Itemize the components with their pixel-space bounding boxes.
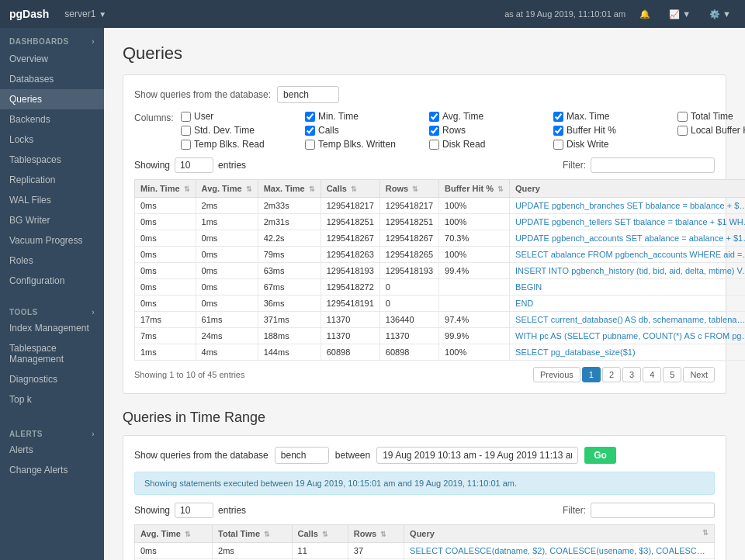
sidebar-item-wal-files[interactable]: WAL Files bbox=[0, 190, 104, 210]
col-std-dev-checkbox[interactable] bbox=[181, 126, 191, 136]
queries-page-1-button[interactable]: 1 bbox=[582, 367, 601, 382]
cell-query[interactable]: WITH pc AS (SELECT pubname, COUNT(*) AS … bbox=[510, 328, 745, 344]
cell-query[interactable]: UPDATE pgbench_branches SET bbalance = b… bbox=[510, 198, 745, 214]
col-disk-write[interactable]: Disk Write bbox=[553, 139, 677, 150]
go-button[interactable]: Go bbox=[584, 447, 616, 464]
tr-th-total-time[interactable]: Total Time ⇅ bbox=[213, 525, 293, 543]
sidebar-item-roles[interactable]: Roles bbox=[0, 251, 104, 271]
tr-db-label: Show queries from the database bbox=[134, 450, 269, 461]
queries-page-3-button[interactable]: 3 bbox=[622, 367, 641, 382]
tr-th-calls[interactable]: Calls ⇅ bbox=[292, 525, 348, 543]
sidebar-section-dashboards: DASHBOARDS › Overview Databases Queries … bbox=[0, 28, 104, 297]
tr-th-rows[interactable]: Rows ⇅ bbox=[348, 525, 404, 543]
db-input[interactable] bbox=[277, 86, 339, 103]
topbar: pgDash server1 ▼ as at 19 Aug 2019, 11:1… bbox=[0, 0, 745, 28]
showing-input[interactable] bbox=[175, 157, 213, 173]
sidebar-item-top-k[interactable]: Top k bbox=[0, 389, 104, 410]
cell-query[interactable]: SELECT abalance FROM pgbench_accounts WH… bbox=[510, 247, 745, 263]
sidebar-item-vacuum-progress[interactable]: Vacuum Progress bbox=[0, 230, 104, 251]
col-min-time-checkbox[interactable] bbox=[305, 112, 315, 122]
col-disk-read[interactable]: Disk Read bbox=[429, 139, 553, 150]
th-query[interactable]: Query ⇅ bbox=[510, 180, 745, 198]
col-std-dev[interactable]: Std. Dev. Time bbox=[181, 125, 305, 136]
cell-query[interactable]: UPDATE pgbench_tellers SET tbalance = tb… bbox=[510, 214, 745, 230]
cell-query[interactable]: SELECT COALESCE(datname, $2), COALESCE(u… bbox=[404, 543, 715, 559]
sidebar-item-diagnostics[interactable]: Diagnostics bbox=[0, 369, 104, 389]
server-selector[interactable]: server1 ▼ bbox=[64, 9, 106, 19]
sidebar-item-queries[interactable]: Queries bbox=[0, 89, 104, 109]
col-calls[interactable]: Calls bbox=[305, 125, 429, 136]
col-avg-time-checkbox[interactable] bbox=[429, 112, 439, 122]
sidebar-item-tablespace-management[interactable]: Tablespace Management bbox=[0, 338, 104, 369]
col-temp-blks-read[interactable]: Temp Blks. Read bbox=[181, 139, 305, 150]
col-total-time-checkbox[interactable] bbox=[677, 112, 688, 122]
col-temp-blks-written[interactable]: Temp Blks. Written bbox=[305, 139, 429, 150]
col-calls-checkbox[interactable] bbox=[305, 126, 315, 136]
th-max-time[interactable]: Max. Time ⇅ bbox=[258, 180, 321, 198]
tr-th-query[interactable]: Query ⇅ bbox=[404, 525, 715, 543]
th-rows[interactable]: Rows ⇅ bbox=[379, 180, 438, 198]
sidebar-item-backends[interactable]: Backends bbox=[0, 109, 104, 130]
col-user[interactable]: User bbox=[181, 111, 305, 122]
th-avg-time[interactable]: Avg. Time ⇅ bbox=[196, 180, 258, 198]
sidebar-item-bg-writer[interactable]: BG Writer bbox=[0, 210, 104, 230]
cell-query[interactable]: END bbox=[510, 296, 745, 312]
col-avg-time[interactable]: Avg. Time bbox=[429, 111, 553, 122]
showing-row: Showing entries Filter: bbox=[134, 157, 715, 173]
sidebar-item-replication[interactable]: Replication bbox=[0, 170, 104, 190]
sidebar-item-locks[interactable]: Locks bbox=[0, 130, 104, 150]
settings-button[interactable]: ⚙️ ▼ bbox=[705, 8, 736, 21]
sidebar-section-alerts: ALERTS › Alerts Change Alerts bbox=[0, 419, 104, 486]
cell-query[interactable]: BEGIN bbox=[510, 279, 745, 296]
sidebar-item-databases[interactable]: Databases bbox=[0, 69, 104, 89]
col-total-time[interactable]: Total Time bbox=[677, 111, 745, 122]
tr-db-input[interactable] bbox=[275, 447, 329, 464]
col-local-buffer-checkbox[interactable] bbox=[677, 126, 688, 136]
filter-input[interactable] bbox=[591, 157, 715, 173]
col-buffer-hit[interactable]: Buffer Hit % bbox=[553, 125, 677, 136]
charts-button[interactable]: 📈 ▼ bbox=[664, 8, 695, 21]
filter-label: Filter: bbox=[563, 160, 586, 171]
sidebar-item-change-alerts[interactable]: Change Alerts bbox=[0, 460, 104, 480]
cell-calls: 1295418217 bbox=[321, 198, 379, 214]
queries-prev-button[interactable]: Previous bbox=[533, 367, 580, 382]
cell-min: 0ms bbox=[135, 214, 196, 230]
tr-filter-input[interactable] bbox=[591, 503, 715, 518]
col-rows[interactable]: Rows bbox=[429, 125, 553, 136]
th-buffer-hit[interactable]: Buffer Hit % ⇅ bbox=[439, 180, 510, 198]
tr-time-range-input[interactable] bbox=[376, 447, 578, 464]
queries-next-button[interactable]: Next bbox=[683, 367, 715, 382]
queries-page-5-button[interactable]: 5 bbox=[663, 367, 681, 382]
col-rows-checkbox[interactable] bbox=[429, 126, 439, 136]
cell-query[interactable]: INSERT INTO pgbench_history (tid, bid, a… bbox=[510, 263, 745, 279]
col-max-time-checkbox[interactable] bbox=[553, 112, 563, 122]
sidebar-item-index-management[interactable]: Index Management bbox=[0, 318, 104, 338]
tr-th-avg-time[interactable]: Avg. Time ⇅ bbox=[135, 525, 213, 543]
th-min-time[interactable]: Min. Time ⇅ bbox=[135, 180, 196, 198]
col-disk-read-checkbox[interactable] bbox=[429, 140, 439, 150]
col-temp-blks-read-checkbox[interactable] bbox=[181, 140, 191, 150]
col-temp-blks-written-checkbox[interactable] bbox=[305, 140, 315, 150]
time-range-table: Avg. Time ⇅ Total Time ⇅ Calls ⇅ Rows ⇅ … bbox=[134, 524, 715, 560]
cell-calls: 11 bbox=[292, 543, 348, 559]
notifications-button[interactable]: 🔔 bbox=[635, 8, 655, 21]
alerts-section-header: ALERTS › bbox=[0, 425, 104, 440]
col-min-time[interactable]: Min. Time bbox=[305, 111, 429, 122]
sidebar-item-overview[interactable]: Overview bbox=[0, 49, 104, 69]
col-local-buffer[interactable]: Local Buffer Hit % bbox=[677, 125, 745, 136]
col-disk-write-checkbox[interactable] bbox=[553, 140, 563, 150]
col-buffer-hit-checkbox[interactable] bbox=[553, 126, 563, 136]
cell-query[interactable]: SELECT pg_database_size($1) bbox=[510, 344, 745, 361]
queries-page-4-button[interactable]: 4 bbox=[643, 367, 661, 382]
time-range-controls: Show queries from the database between G… bbox=[123, 435, 726, 560]
queries-page-2-button[interactable]: 2 bbox=[602, 367, 621, 382]
cell-query[interactable]: UPDATE pgbench_accounts SET abalance = a… bbox=[510, 230, 745, 247]
sidebar-item-alerts[interactable]: Alerts bbox=[0, 440, 104, 460]
th-calls[interactable]: Calls ⇅ bbox=[321, 180, 379, 198]
col-user-checkbox[interactable] bbox=[181, 112, 191, 122]
cell-query[interactable]: SELECT current_database() AS db, scheman… bbox=[510, 312, 745, 328]
tr-showing-input[interactable] bbox=[175, 503, 213, 518]
col-max-time[interactable]: Max. Time bbox=[553, 111, 677, 122]
sidebar-item-tablespaces[interactable]: Tablespaces bbox=[0, 150, 104, 170]
sidebar-item-configuration[interactable]: Configuration bbox=[0, 271, 104, 291]
